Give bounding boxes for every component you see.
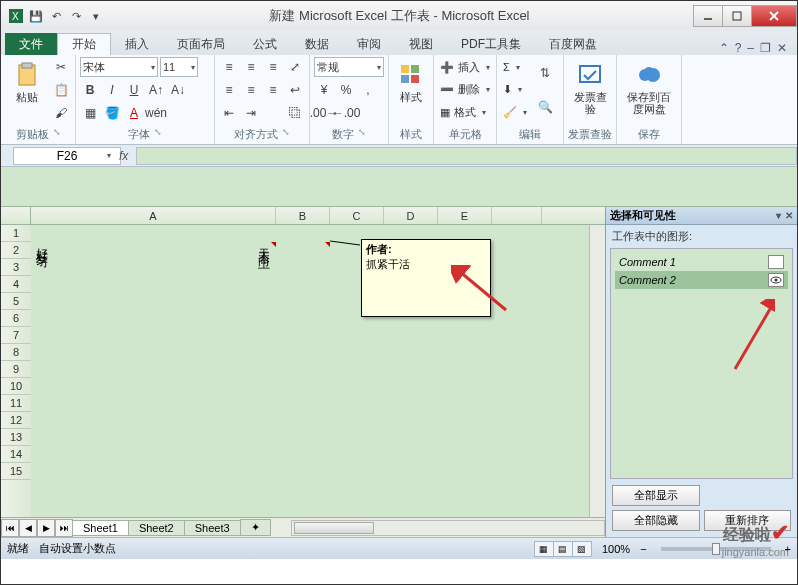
tab-file[interactable]: 文件 [5, 33, 57, 55]
row-header-5[interactable]: 5 [1, 293, 31, 310]
zoom-level[interactable]: 100% [602, 543, 630, 555]
border-icon[interactable]: ▦ [80, 103, 100, 123]
orientation-icon[interactable]: ⤢ [285, 57, 305, 77]
font-launcher-icon[interactable]: ⤡ [154, 127, 162, 142]
horizontal-scrollbar[interactable] [291, 520, 605, 536]
invoice-check-button[interactable]: 发票查验 [568, 57, 612, 117]
format-painter-icon[interactable]: 🖌 [51, 103, 71, 123]
view-normal-icon[interactable]: ▦ [534, 541, 554, 557]
fx-icon[interactable]: fx [119, 149, 128, 163]
cut-icon[interactable]: ✂ [51, 57, 71, 77]
col-header-b[interactable]: B [276, 207, 330, 224]
tab-home[interactable]: 开始 [57, 33, 111, 55]
format-cells-button[interactable]: ▦格式▾ [438, 103, 492, 123]
comment-popup[interactable]: 作者: 抓紧干活 [361, 239, 491, 317]
col-header-c[interactable]: C [330, 207, 384, 224]
fill-button[interactable]: ⬇▾ [501, 80, 529, 100]
tab-data[interactable]: 数据 [291, 33, 343, 55]
tab-layout[interactable]: 页面布局 [163, 33, 239, 55]
undo-icon[interactable]: ↶ [47, 7, 65, 25]
sheet-tab-2[interactable]: Sheet2 [128, 520, 185, 536]
doc-restore-icon[interactable]: ❐ [760, 41, 771, 55]
wrap-text-icon[interactable]: ↩ [285, 80, 305, 100]
show-all-button[interactable]: 全部显示 [612, 485, 700, 506]
indent-inc-icon[interactable]: ⇥ [241, 103, 261, 123]
tab-pdf[interactable]: PDF工具集 [447, 33, 535, 55]
close-button[interactable] [751, 5, 797, 27]
reorder-button[interactable]: 重新排序 [704, 510, 792, 531]
row-header-1[interactable]: 1 [1, 225, 31, 242]
pane-close-icon[interactable]: ✕ [785, 210, 793, 221]
zoom-in-icon[interactable]: + [785, 543, 791, 555]
view-pagebreak-icon[interactable]: ▧ [572, 541, 592, 557]
zoom-slider[interactable] [661, 547, 771, 551]
tab-review[interactable]: 审阅 [343, 33, 395, 55]
zoom-out-icon[interactable]: − [640, 543, 646, 555]
italic-icon[interactable]: I [102, 80, 122, 100]
clipboard-launcher-icon[interactable]: ⤡ [53, 127, 61, 142]
row-header-3[interactable]: 3 [1, 259, 31, 276]
col-header-d[interactable]: D [384, 207, 438, 224]
visibility-toggle-2[interactable] [768, 273, 784, 287]
row-header-12[interactable]: 12 [1, 412, 31, 429]
new-sheet-button[interactable]: ✦ [240, 519, 271, 536]
pane-dropdown-icon[interactable]: ▾ [776, 210, 781, 221]
bold-icon[interactable]: B [80, 80, 100, 100]
delete-cells-button[interactable]: ➖删除▾ [438, 80, 492, 100]
row-header-13[interactable]: 13 [1, 429, 31, 446]
align-right-icon[interactable]: ≡ [263, 80, 283, 100]
save-baidu-button[interactable]: 保存到百度网盘 [621, 57, 677, 117]
align-top-icon[interactable]: ≡ [219, 57, 239, 77]
comma-icon[interactable]: , [358, 80, 378, 100]
merge-icon[interactable]: ⿻ [285, 103, 305, 123]
row-header-10[interactable]: 10 [1, 378, 31, 395]
formula-input[interactable] [136, 147, 797, 165]
col-header-e[interactable]: E [438, 207, 492, 224]
increase-font-icon[interactable]: A↑ [146, 80, 166, 100]
namebox-dropdown-icon[interactable]: ▾ [107, 151, 111, 160]
underline-icon[interactable]: U [124, 80, 144, 100]
tab-nav-first-icon[interactable]: ⏮ [1, 519, 19, 537]
minimize-button[interactable] [693, 5, 723, 27]
sort-filter-icon[interactable]: ⇅ [531, 59, 559, 87]
cell-grid[interactable]: 好好学习 天天向上 作者: 抓紧干活 [31, 225, 589, 517]
doc-minimize-icon[interactable]: – [747, 41, 754, 55]
insert-cells-button[interactable]: ➕插入▾ [438, 57, 492, 77]
row-header-4[interactable]: 4 [1, 276, 31, 293]
currency-icon[interactable]: ¥ [314, 80, 334, 100]
font-name-combo[interactable]: 宋体▾ [80, 57, 158, 77]
font-color-icon[interactable]: A [124, 103, 144, 123]
row-header-15[interactable]: 15 [1, 463, 31, 480]
tab-baidu[interactable]: 百度网盘 [535, 33, 611, 55]
redo-icon[interactable]: ↷ [67, 7, 85, 25]
align-launcher-icon[interactable]: ⤡ [282, 127, 290, 142]
vertical-scrollbar[interactable] [589, 225, 605, 517]
tab-nav-next-icon[interactable]: ▶ [37, 519, 55, 537]
number-format-combo[interactable]: 常规▾ [314, 57, 384, 77]
maximize-button[interactable] [722, 5, 752, 27]
align-left-icon[interactable]: ≡ [219, 80, 239, 100]
visibility-toggle-1[interactable] [768, 255, 784, 269]
doc-close-icon[interactable]: ✕ [777, 41, 787, 55]
styles-button[interactable]: 样式 [393, 57, 429, 105]
find-select-icon[interactable]: 🔍 [531, 93, 559, 121]
percent-icon[interactable]: % [336, 80, 356, 100]
row-header-9[interactable]: 9 [1, 361, 31, 378]
tab-nav-prev-icon[interactable]: ◀ [19, 519, 37, 537]
decimal-dec-icon[interactable]: ←.00 [336, 103, 356, 123]
col-header-f[interactable] [492, 207, 542, 224]
tab-nav-last-icon[interactable]: ⏭ [55, 519, 73, 537]
select-all-button[interactable] [1, 207, 31, 224]
fill-color-icon[interactable]: 🪣 [102, 103, 122, 123]
minimize-ribbon-icon[interactable]: ⌃ [719, 41, 729, 55]
tab-view[interactable]: 视图 [395, 33, 447, 55]
clear-button[interactable]: 🧹▾ [501, 103, 529, 123]
help-icon[interactable]: ? [735, 41, 742, 55]
name-box[interactable]: F26 [13, 147, 121, 165]
copy-icon[interactable]: 📋 [51, 80, 71, 100]
align-mid-icon[interactable]: ≡ [241, 57, 261, 77]
row-header-14[interactable]: 14 [1, 446, 31, 463]
view-layout-icon[interactable]: ▤ [553, 541, 573, 557]
row-header-11[interactable]: 11 [1, 395, 31, 412]
hide-all-button[interactable]: 全部隐藏 [612, 510, 700, 531]
